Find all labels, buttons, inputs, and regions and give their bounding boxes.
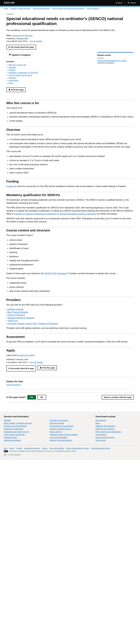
contents-item-3[interactable]: Mandatory qualification for SENCOs [9,72,38,74]
footer-col-government: Government activity Departments News Gui… [96,416,136,442]
page-title: Special educational needs co-ordinator's… [6,16,134,26]
footer-accessibility[interactable]: Accessibility statement [24,448,40,449]
bottom-updated: Last updated 2 April 2024 — more all upd… [6,361,134,364]
department-link[interactable]: Department for Education [12,34,33,36]
list-item: professional development [10,263,134,266]
print-button[interactable]: 🖶 Print this page [6,88,26,92]
apply-link[interactable]: apply for an NPQ [19,354,35,356]
overview-list: co-ordinate special educational needs (S… [6,138,134,148]
related-content-link[interactable]: Professional development for school teac… [97,60,127,64]
list-item: take between 18 and 22 months to complet… [10,154,134,158]
breadcrumb: Home › Education, training and skills › … [0,6,140,10]
provider-bestpractice[interactable]: Best Practice Network [8,311,28,313]
breadcrumb-teaching[interactable]: Teaching and leadership [33,8,49,10]
contents-list: Who this course is for Overview Funding … [6,64,92,84]
more-updates-link[interactable]: more all updates [30,361,43,364]
course-includes-list: independent study group coaching face-to… [6,281,134,293]
list-item: school leaders [10,119,134,123]
search-button[interactable]: 🔍 Search [128,2,136,4]
footer-link[interactable]: Get involved [96,439,106,441]
email-button[interactable]: ✉ Get emails about this page [6,45,36,50]
breadcrumb-teacher-training[interactable]: Teacher training and professional develo… [52,8,84,10]
footer-cookies[interactable]: Cookies [16,448,22,449]
report-button[interactable]: Report a problem with this page [102,395,134,400]
footer-link[interactable]: Money and tax [50,431,62,433]
footer-link[interactable]: Citizenship and living in the UK [4,431,29,433]
provider-church[interactable]: Church of England [8,314,25,316]
footer-link[interactable]: Disabled people [4,436,17,438]
page-description: The mandatory course for special educati… [6,29,134,32]
footer-link[interactable]: Employing people [50,422,64,424]
yes-button[interactable]: Yes [27,395,36,400]
footer-link[interactable]: Crime, justice and the law [4,434,25,436]
mandatory-para2: This NPQ will be the mandatory qualifica… [6,206,134,216]
crown-icon: ♕ [4,453,6,456]
breadcrumb-education[interactable]: Education, training and skills [11,8,30,10]
print-icon: 🖶 [40,367,41,369]
contents-item-6[interactable]: Assessment [9,80,19,82]
contents-item-5[interactable]: Providers [9,77,16,79]
footer-terms[interactable]: Terms and conditions [49,448,64,449]
see-all-updates-link[interactable]: See all updates [30,40,42,42]
footer-contact[interactable]: Contact [42,448,47,449]
provider-teachfirst[interactable]: Teach First [8,320,18,322]
breadcrumb-school-leadership[interactable]: School leadership [87,8,99,10]
gov-logo[interactable]: GOV.UK [4,1,15,4]
guidance-tag: Guidance [6,13,134,15]
bottom-print-button[interactable]: 🖶 Print this page [38,366,57,370]
footer-link[interactable]: Benefits [4,419,11,422]
footer-link[interactable]: Research and statistics [96,428,114,430]
contents-item-4[interactable]: Course content and structure [9,74,32,76]
funding-link[interactable]: Funding [6,185,14,188]
provider-national[interactable]: National Institute of Teaching [8,317,34,319]
footer-link[interactable]: Policy papers and consultations [96,431,121,433]
footer-link[interactable]: Environment and countryside [50,425,73,427]
section-assessment-heading: Assessment [6,334,134,339]
footer-link[interactable]: Working, jobs and pensions [50,439,72,441]
list-item: face-to-face sessions with other partici… [10,290,134,293]
no-button[interactable]: No [38,395,46,400]
section-course-content-heading: Course content and structure [6,227,134,232]
list-item: co-ordinate special educational needs (S… [10,138,134,141]
footer-link[interactable]: News [96,422,100,424]
footer-link[interactable]: Visas and immigration [50,436,67,438]
transition-link[interactable]: transition to national professional qual… [14,213,96,215]
contents-item-1[interactable]: Overview [9,66,16,68]
provider-ambition[interactable]: Ambition Institute [8,308,24,310]
page-useful: Is this page useful? Yes No Report a pro… [6,392,134,402]
explore-topic-link[interactable]: School leadership [6,384,21,386]
menu-button[interactable]: ☰ Menu [116,2,122,4]
contents-item-2[interactable]: Funding [9,69,15,71]
footer-link[interactable]: How government works [96,436,114,438]
footer-privacy[interactable]: Privacy [9,448,14,449]
footer-link[interactable]: Business and self employed [4,425,27,427]
footer-link[interactable]: Education and learning [50,419,68,422]
footer-cymraeg[interactable]: Rhestr o Wasanaethau Cymraeg [66,448,89,449]
main-col-applies: 🏴️ Applies to England Contents Who this … [6,52,92,96]
bottom-email-button[interactable]: ✉ Get emails about this page [6,366,36,372]
breadcrumb-home[interactable]: Home [4,8,8,10]
footer-link[interactable]: Passports, travel and living abroad [50,434,78,436]
menu-icon: ☰ [116,2,117,4]
providers-intro: You can train for this NPQ with one of t… [6,303,134,306]
footer-link[interactable]: Driving and transport [4,439,21,441]
footer-link[interactable]: Guidance and regulation [96,425,115,427]
assessment-para: To get your NPQ accreditation, you'll ne… [6,340,134,343]
contents-item-7[interactable]: Apply [9,82,13,84]
crown-copyright: © Crown copyright [7,454,20,456]
footer-link[interactable]: Births, deaths, marriages and care [4,422,32,424]
applies-icon: 🏴️ [9,54,11,56]
footer-gds[interactable]: Government Digital Service [91,448,110,449]
footer-link[interactable]: Childcare and parenting [4,428,23,430]
framework-link[interactable]: SENCO NPQ framework [44,272,67,274]
page-useful-left: Is this page useful? Yes No [6,395,46,400]
footer-link[interactable]: Housing and local services [50,428,71,430]
footer-link[interactable]: Transparency [96,434,107,436]
footer-help[interactable]: Help [4,448,7,449]
related-content: Related content Collection Professional … [97,52,134,64]
side-col-related: Related content Collection Professional … [97,52,134,96]
crown-section: ♕ © Crown copyright [4,453,136,456]
footer-link[interactable]: Departments [96,419,106,422]
provider-ucl[interactable]: University College London (UCL) Institut… [8,322,58,325]
contents-item-0[interactable]: Who this course is for [9,64,26,66]
